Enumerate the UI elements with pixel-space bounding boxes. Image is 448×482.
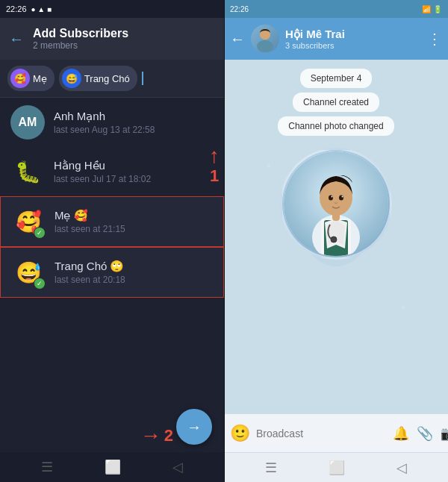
back-button-right[interactable]: ← bbox=[230, 31, 245, 48]
panel-divider bbox=[224, 0, 225, 482]
contact-item-me[interactable]: 🥰 ✓ Mẹ 🥰 last seen at 21:15 bbox=[0, 196, 224, 247]
broadcast-input[interactable] bbox=[256, 428, 387, 439]
avatar-me: 🥰 ✓ bbox=[11, 204, 46, 239]
status-icons-right: 📶 🔋 bbox=[422, 5, 442, 13]
svg-point-9 bbox=[329, 195, 333, 201]
camera-icon[interactable]: 📷 bbox=[441, 425, 448, 442]
header-title-block: Add Subscribers 2 members bbox=[33, 27, 215, 51]
channel-info: Hội Mê Trai 3 subscribers bbox=[285, 28, 421, 50]
name-me: Mẹ 🥰 bbox=[55, 209, 213, 222]
channel-name: Hội Mê Trai bbox=[285, 28, 421, 41]
status-anh-manh: last seen Aug 13 at 22:58 bbox=[54, 125, 214, 135]
left-panel: 22:26 ● ▲ ■ ← Add Subscribers 2 members … bbox=[0, 0, 224, 482]
name-trang-cho: Trang Chó 🙄 bbox=[55, 260, 213, 273]
annotation-num-1: 1 bbox=[210, 166, 219, 186]
channel-photo bbox=[280, 148, 392, 260]
members-count: 2 members bbox=[33, 40, 215, 51]
nav-menu-icon-right[interactable]: ☰ bbox=[265, 460, 277, 476]
nav-home-icon-right[interactable]: ⬜ bbox=[329, 460, 345, 476]
tag-me-label: Mẹ bbox=[33, 73, 47, 84]
contact-info-me: Mẹ 🥰 last seen at 21:15 bbox=[55, 209, 213, 234]
bottom-nav-right: ☰ ⬜ ◁ bbox=[224, 452, 448, 482]
header-right: ← Hội Mê Trai 3 subscribers ⋮ bbox=[224, 18, 448, 60]
chat-area: September 4 Channel created Channel phot… bbox=[224, 60, 448, 413]
doctor-figure bbox=[284, 151, 388, 256]
back-button-left[interactable]: ← bbox=[9, 31, 24, 48]
contact-info-trang-cho: Trang Chó 🙄 last seen at 20:18 bbox=[55, 260, 213, 285]
selected-tags-bar: 🥰 Mẹ 😅 Trang Chó bbox=[0, 60, 224, 98]
notification-icon[interactable]: 🔔 bbox=[393, 425, 409, 442]
doctor-svg bbox=[284, 151, 388, 256]
svg-point-12 bbox=[342, 196, 343, 198]
emoji-button[interactable]: 🙂 bbox=[230, 424, 250, 443]
tag-trang[interactable]: 😅 Trang Chó bbox=[59, 66, 137, 91]
channel-photo-container bbox=[230, 148, 442, 260]
more-options-button[interactable]: ⋮ bbox=[427, 30, 442, 48]
nav-back-icon[interactable]: ◁ bbox=[172, 459, 183, 475]
text-cursor bbox=[142, 72, 143, 85]
annotation-num-2: 2 bbox=[164, 426, 173, 445]
name-anh-manh: Anh Mạnh bbox=[54, 110, 214, 123]
svg-point-10 bbox=[339, 195, 343, 201]
bottom-icons: 🔔 📎 📷 bbox=[393, 425, 448, 442]
status-trang-cho: last seen at 20:18 bbox=[55, 275, 213, 285]
header-left: ← Add Subscribers 2 members bbox=[0, 18, 224, 60]
contact-info-anh-manh: Anh Mạnh last seen Aug 13 at 22:58 bbox=[54, 110, 214, 135]
nav-menu-icon[interactable]: ☰ bbox=[41, 459, 53, 475]
avatar-anh-manh: AM bbox=[10, 105, 45, 140]
avatar-hang-heu: 🐛 bbox=[10, 154, 45, 189]
channel-avatar-svg bbox=[252, 25, 279, 52]
name-hang-heu: Hằng Hều bbox=[54, 159, 214, 172]
event-photo-changed: Channel photo changed bbox=[278, 116, 393, 136]
tag-trang-label: Trang Chó bbox=[84, 73, 130, 84]
fab-arrow-icon: → bbox=[187, 419, 202, 436]
status-bar-left: 22:26 ● ▲ ■ bbox=[0, 0, 224, 18]
nav-back-icon-right[interactable]: ◁ bbox=[396, 460, 407, 476]
svg-point-13 bbox=[331, 237, 337, 242]
channel-subscribers: 3 subscribers bbox=[285, 41, 421, 50]
channel-avatar bbox=[251, 25, 279, 53]
contact-info-hang-heu: Hằng Hều last seen Jul 17 at 18:02 bbox=[54, 159, 214, 184]
fab-next-button[interactable]: → bbox=[176, 409, 212, 445]
contact-item-anh-manh[interactable]: AM Anh Mạnh last seen Aug 13 at 22:58 bbox=[0, 98, 224, 147]
annotation-arrow-1: ↑ bbox=[209, 145, 220, 166]
nav-home-icon[interactable]: ⬜ bbox=[105, 459, 121, 475]
check-badge-trang: ✓ bbox=[34, 278, 46, 289]
add-subscribers-title: Add Subscribers bbox=[33, 27, 215, 40]
event-channel-created: Channel created bbox=[293, 93, 379, 112]
tag-me-avatar: 🥰 bbox=[10, 69, 30, 88]
tag-trang-avatar: 😅 bbox=[62, 69, 81, 88]
contact-item-trang-cho[interactable]: 😅 ✓ Trang Chó 🙄 last seen at 20:18 bbox=[0, 247, 224, 298]
initials-anh-manh: AM bbox=[19, 116, 37, 129]
time-right: 22:26 bbox=[230, 5, 249, 13]
contact-list: AM Anh Mạnh last seen Aug 13 at 22:58 🐛 … bbox=[0, 98, 224, 452]
status-bar-right: 22:26 📶 🔋 bbox=[224, 0, 448, 18]
contact-item-hang-heu[interactable]: 🐛 Hằng Hều last seen Jul 17 at 18:02 bbox=[0, 147, 224, 196]
svg-point-1 bbox=[257, 40, 273, 52]
date-bubble: September 4 bbox=[300, 69, 373, 88]
status-hang-heu: last seen Jul 17 at 18:02 bbox=[54, 174, 214, 184]
right-panel: 22:26 📶 🔋 ← Hội Mê Trai 3 subscribers ⋮ … bbox=[224, 0, 448, 482]
bottom-nav-left: ☰ ⬜ ◁ bbox=[0, 452, 224, 482]
attach-icon[interactable]: 📎 bbox=[417, 425, 433, 442]
time-left: 22:26 bbox=[6, 4, 27, 13]
status-icons-left: ● ▲ ■ bbox=[31, 5, 52, 13]
status-me: last seen at 21:15 bbox=[55, 224, 213, 234]
check-badge-me: ✓ bbox=[34, 227, 46, 239]
tag-me[interactable]: 🥰 Mẹ bbox=[7, 66, 55, 91]
bottom-bar: 🙂 🔔 📎 📷 bbox=[224, 413, 448, 452]
annotation-arrow-2: → bbox=[140, 424, 161, 448]
avatar-trang-cho: 😅 ✓ bbox=[11, 255, 46, 289]
svg-point-11 bbox=[332, 196, 333, 198]
